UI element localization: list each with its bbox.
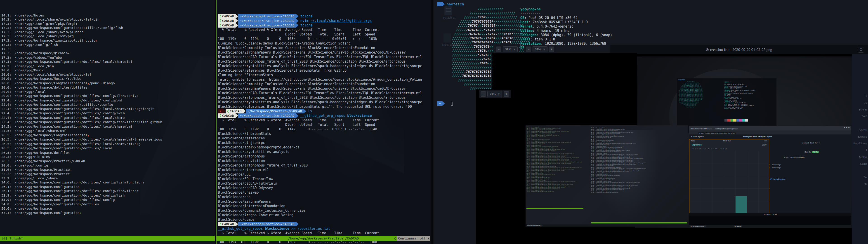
autojump-entry: 20.0:/home/ygg/Workspace/Music∩/YouTube — [1, 77, 215, 81]
zoom-level-select[interactable]: 38%∨ — [503, 46, 518, 52]
autojump-entry: 22.4:/home/ygg/Workspace/configuration✎/… — [1, 116, 215, 120]
property-label: Fold — [852, 113, 867, 120]
nested-calendar-grid — [689, 151, 770, 214]
fish-prompt: ζCADCAD~/Workspace/Practice⤷/CADCAD__git… — [218, 114, 430, 118]
viewed-image-browser-screenshot: BlockScience/cadCAD-O... configuration/p… — [689, 126, 851, 228]
autojump-entry: 28.3:/home/ygg/Pictures — [1, 155, 215, 159]
snake-icon: ζ — [227, 109, 229, 114]
autojump-entry: 17.3:/home/ygg/.config/fish — [1, 43, 215, 47]
nested-tab: BlockScience/cadCAD-O... — [690, 128, 712, 129]
conda-env-segment: ζCADCAD — [225, 109, 243, 114]
powerline-arrow-icon — [296, 23, 299, 28]
zoom-in-button[interactable]: + — [504, 91, 509, 97]
fullscreen-button[interactable]: ⛶ — [858, 47, 864, 53]
chevron-down-icon: ∨ — [513, 48, 515, 51]
autojump-entry: 17.3:/home/ygg/Videos/YouTube — [1, 56, 215, 60]
autojump-entry: 17.3:/home/ygg/Workspace/Qichain∞ — [1, 51, 215, 56]
image-viewer-a-toolbar: − 38%∨ — [494, 45, 520, 53]
color-swatch — [742, 119, 745, 122]
nested-calendar-selected-day — [736, 196, 747, 214]
zoom-out-button[interactable]: − — [480, 91, 486, 97]
neofetch-info: ygg@pop-os ---------- OS: Pop!_OS 20.04 … — [520, 7, 612, 50]
nested-calendar-month: September — [692, 144, 702, 146]
terminal-output-line: % Total % Received % Xferd Average Speed… — [218, 231, 430, 236]
terminal-output-line: BlockScience/ethereum-etl — [218, 167, 430, 172]
terminal-output-line: BlockScience/ans — [218, 195, 430, 199]
powerline-arrow-icon — [236, 222, 238, 226]
powerline-arrow-icon — [296, 19, 299, 23]
fish-prompt: ζCADCAD~/Workspace/Practice⤷/CADCADnvim … — [218, 19, 430, 23]
nested-window-list-bar: youtube-dl /home/ygg... — [526, 224, 688, 227]
error-status-segment: ✗ — [218, 109, 223, 114]
autojump-entry: 54.8:/home/ygg/Workspace/configuration✎/… — [1, 202, 215, 207]
nested-calendar-year: 2020 — [762, 144, 767, 146]
autojump-entry: 17.3:/home/ygg/.local/share/omf/pkg — [1, 34, 215, 38]
autojump-entry: 20.0:/home/ygg/Workspace/configuration✎/… — [1, 94, 215, 98]
property-label: Came — [852, 160, 867, 167]
terminal-output-line: BlockScience/artonomous_future_of_trust_… — [218, 163, 430, 167]
autojump-entry: 22.4:/home/ygg/Workspace/configuration✎/… — [1, 111, 215, 116]
autojump-entry: 17.3:/home/ygg/.config/omf/pkg/forgit — [1, 22, 215, 26]
nested-neofetch-info: ygg@pop-os ---------- OS: Pop!_OS 20.04 … — [724, 81, 755, 109]
autojump-entry: 24.5:/home/ygg/.local/share/omf — [1, 129, 215, 133]
terminal-output-line: % Total % Received % Xferd Average Speed… — [218, 118, 430, 122]
zoom-in-button[interactable]: + — [549, 47, 554, 52]
terminal-output-line: 100 119k 0 119k 0 0 114k 0 --:--:-- 0:00… — [218, 127, 430, 131]
image-viewer-title: Screenshot from 2020-09-29 01-02-25.png — [706, 48, 772, 52]
terminal-output-line: BlockScience/Aragon_Conviction_Voting — [218, 213, 430, 217]
autojump-entry: 17.3:. — [1, 47, 215, 51]
powerline-arrow-icon — [296, 114, 299, 118]
nested-terminal-list-2: 14.1: /home/ygg/Notes 14.3: /home/ygg/.l… — [591, 127, 672, 222]
nested-gh-commit-row: 4e7f957 14 hours ago History — [784, 157, 804, 158]
autojump-entry: 14.1:/home/ygg/Notes — [1, 13, 215, 18]
powerline-arrow-icon — [236, 19, 238, 23]
nested-terminal-colors — [724, 118, 748, 122]
snake-icon: ζ — [219, 23, 221, 28]
autojump-entry: 17.3:/home/ygg/.local/share/nvim/plugged — [1, 30, 215, 34]
terminal-output-line: BlockScience/cryptokitties-analysis — [218, 150, 430, 154]
property-label — [852, 167, 867, 174]
terminal-output-line: BlockScience/cadCAD-Tutorials — [218, 181, 430, 186]
terminal-output-line: BlockScience/Community_Inclusion_Currenc… — [218, 208, 430, 213]
terminal-output-line: Cloning into 'EthereumStats'... — [218, 73, 430, 77]
terminal-middle-cadcad[interactable]: ζCADCAD~/Workspace/Practice⤷/CADCADfclon… — [216, 0, 431, 244]
autojump-entry: 20.0:/home/ygg/Workspace/LongtailFinanci… — [1, 81, 215, 86]
color-swatch — [727, 119, 730, 122]
nested-gh-nav: Pull requests Issues Marketplace Explore — [743, 136, 772, 138]
blank-line — [1, 223, 215, 228]
autojump-entry: 17.3:/home/ygg/Workspace/configuration✎/… — [1, 60, 215, 64]
terminal-output-line: % Total % Received % Xferd Average Speed… — [218, 28, 430, 32]
autojump-entry: 22.4:/home/ygg/Workspace/configuration✎/… — [1, 98, 215, 103]
fish-prompt-neofetch: ~ neofetch — [437, 2, 464, 6]
zoom-out-button[interactable]: − — [526, 47, 531, 52]
autojump-entry: 56.6:/home/ygg/Workspace — [1, 207, 215, 211]
image-viewer-headerbar[interactable]: Screenshot from 2020-09-29 01-02-25.png … — [610, 45, 868, 54]
autojump-entry: 20.0:/home/ygg/.local/share/nvim/plugged… — [1, 72, 215, 77]
zoom-level-select[interactable]: 38%∨ — [532, 46, 548, 52]
powerline-arrow-icon — [236, 23, 238, 28]
terminal-scrollback: ζCADCAD~/Workspace/Practice⤷/CADCADfclon… — [218, 14, 430, 244]
snake-icon: ζ — [219, 14, 221, 19]
terminal-cursor — [451, 102, 453, 105]
zoom-out-button[interactable]: − — [496, 47, 501, 52]
zoom-level-select[interactable]: 21%∨ — [487, 91, 502, 97]
desktop-icon-shots[interactable]: shots_and_docs — [442, 33, 453, 46]
terminal-output-line: Cloning 'BlockScience/demos BlockScience… — [218, 41, 430, 73]
color-swatch — [733, 119, 736, 122]
autojump-entry: 30.0:/home/ygg/.config — [1, 163, 215, 167]
image-properties-sidebar[interactable]: SiTyFile SiFold ApertuExposuFocal LengIM… — [852, 54, 868, 244]
terminal-output-line: BlockScience/InterchainFoundation — [218, 204, 430, 208]
nested-window-list-bar: ● configuration/popos-... ■ Calendar — [689, 225, 851, 228]
terminal-left-autojump[interactable]: 14.1:/home/ygg/Notes14.3:/home/ygg/.loca… — [0, 0, 215, 244]
file-icon — [444, 6, 452, 16]
powerline-arrow-icon — [442, 101, 445, 106]
property-label — [852, 120, 867, 126]
autojump-entry: 33.2:/home/ygg/.local/share — [1, 176, 215, 181]
powerline-arrow-icon — [442, 2, 445, 6]
terminal-output-line: 100 119k 0 119k 0 0 103k 0 --:--:-- 0:00… — [218, 37, 430, 41]
conda-env-segment: ζCADCAD — [218, 14, 236, 19]
image-viewer-b-toolbar: − 38%∨ + — [524, 45, 556, 53]
terminal-output-line: BlockScience/cadCAD-Odyssey — [218, 186, 430, 190]
tmux-statusbar-middle: /home/ygg/Workspace/Practice⤷/CADCAD ❮ C… — [217, 236, 430, 241]
autojump-entry: 57.4:/home/ygg/Workspace/configuration✎ — [1, 211, 215, 215]
